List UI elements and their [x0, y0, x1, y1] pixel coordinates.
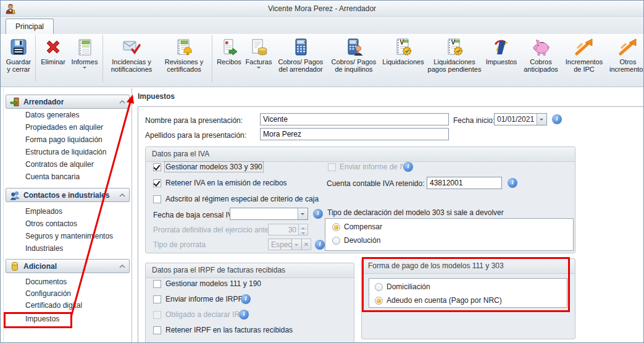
checkbox-obligado-declarar-irpf	[153, 311, 161, 319]
checkbox-label[interactable]: Retener IVA en la emisión de recibos	[165, 179, 287, 187]
sidebar-item-certificado-digital[interactable]: Certificado digital	[25, 301, 82, 310]
chevron-up-icon[interactable]	[119, 100, 125, 104]
dropdown-arrow-button[interactable]	[298, 208, 307, 219]
radio-devolucion[interactable]	[332, 237, 340, 245]
landlord-payments-button[interactable]: 0 Cobros/ Pagos del arrendador	[274, 35, 328, 82]
checkbox-gestionar-modelos-303-390[interactable]	[153, 163, 161, 171]
radio-compensar[interactable]	[332, 223, 340, 231]
nombre-input[interactable]	[260, 113, 449, 125]
sidebar-item-documentos[interactable]: Documentos	[25, 277, 67, 286]
ledger-seal-icon: V	[393, 37, 413, 57]
checkbox-label[interactable]: Enviar informe de IRPF	[165, 295, 243, 303]
revisions-certificates-button[interactable]: Revisiones y certificados	[158, 35, 210, 82]
button-label: Otros incrementos	[607, 58, 644, 73]
sidebar-item-forma-pago-liquidacion[interactable]: Forma pago liquidación	[25, 135, 102, 144]
save-and-close-button[interactable]: Guardar y cerrar	[4, 35, 33, 82]
tab-principal[interactable]: Principal	[6, 19, 54, 34]
sidebar-item-cuenta-bancaria[interactable]: Cuenta bancaria	[25, 172, 80, 181]
fecha-inicio-info-icon[interactable]: i	[552, 114, 562, 124]
envelope-check-icon	[122, 37, 141, 57]
reports-button[interactable]: Informes	[69, 35, 101, 82]
ribbon-tab-row: Principal	[1, 17, 643, 34]
cpi-increases-button[interactable]: Incrementos de IPC	[561, 35, 607, 82]
checkbox-adscrito-criterio-caja[interactable]	[153, 195, 161, 203]
dropdown-arrow-button	[291, 239, 301, 250]
button-label: Cobros/ Pagos de inquilinos	[328, 58, 380, 73]
sidebar-item-impuestos[interactable]: Impuestos	[25, 315, 59, 323]
cuenta-contable-input[interactable]	[427, 177, 502, 189]
sidebar-item-propiedades-en-alquiler[interactable]: Propiedades en alquiler	[25, 123, 103, 132]
tenant-payments-button[interactable]: 0 Cobros/ Pagos de inquilinos	[328, 35, 380, 82]
dropdown-caret-icon	[83, 67, 86, 70]
radio-adeudo-en-cuenta[interactable]	[375, 297, 383, 305]
spinner-buttons	[298, 224, 307, 235]
page-title: Impuestos	[138, 92, 175, 101]
checkbox-gestionar-modelos-111-190[interactable]	[153, 280, 161, 288]
fecha-baja-censal-label: Fecha de baja censal IVA	[153, 211, 237, 219]
sidebar-item-configuracion[interactable]: Configuración	[25, 289, 71, 298]
sidebar-group-label: Arrendador	[23, 98, 64, 106]
checkbox-enviar-informe-iva	[328, 163, 336, 171]
radio-domiciliacion[interactable]	[375, 283, 383, 291]
ribbon-separator	[35, 35, 36, 82]
button-label: Guardar y cerrar	[4, 58, 33, 73]
ribbon-separator	[102, 35, 103, 82]
checkbox-label[interactable]: Retener IRPF en las facturas recibidas	[165, 326, 293, 334]
checkbox-label: Enviar informe de IVA	[340, 163, 411, 171]
delete-button[interactable]: Eliminar	[38, 35, 69, 82]
radio-label[interactable]: Devolución	[344, 236, 380, 245]
sidebar-item-industriales[interactable]: Industriales	[25, 244, 63, 253]
checkbox-retener-irpf[interactable]	[153, 326, 161, 334]
sidebar-item-contratos-de-alquiler[interactable]: Contratos de alquiler	[25, 160, 94, 169]
apellidos-input[interactable]	[260, 128, 449, 140]
pending-settlements-button[interactable]: V Liquidaciones pagos pendientes	[427, 35, 482, 82]
ribbon-toolbar: Guardar y cerrar Eliminar Informes	[1, 34, 643, 87]
enviar-informe-iva-info-icon[interactable]: i	[403, 162, 413, 172]
sidebar-group-adicional[interactable]: Adicional	[6, 259, 130, 273]
checkbox-label[interactable]: Gestionar modelos 111 y 190	[165, 279, 261, 288]
svg-text:0: 0	[304, 40, 306, 44]
incidents-notifications-button[interactable]: Incidencias y notificaciones	[105, 35, 158, 82]
fecha-baja-censal-combo[interactable]	[230, 208, 308, 220]
taxes-button[interactable]: Impuestos	[482, 35, 521, 82]
receipts-button[interactable]: Recibos	[214, 35, 244, 82]
checkbox-retener-iva[interactable]	[153, 179, 161, 187]
people-icon	[10, 190, 20, 200]
invoices-button[interactable]: Facturas	[244, 35, 274, 82]
increase-arrow-icon	[574, 37, 594, 57]
invoice-coins-icon	[249, 37, 269, 57]
checkbox-label[interactable]: Adscrito al régimen especial de criterio…	[165, 195, 319, 203]
fecha-baja-info-icon[interactable]: i	[313, 209, 323, 219]
clear-x-button: ✕	[301, 239, 311, 250]
sidebar-item-otros-contactos[interactable]: Otros contactos	[25, 219, 77, 228]
cuenta-contable-label: Cuenta contable IVA retenido:	[327, 179, 425, 188]
settlements-button[interactable]: V Liquidaciones	[380, 35, 427, 82]
radio-label[interactable]: Adeudo en cuenta (Pago por NRC)	[387, 296, 502, 305]
sidebar-item-empleados[interactable]: Empleados	[25, 207, 62, 216]
tipo-prorrata-info-icon[interactable]: i	[315, 240, 325, 250]
sidebar-group-contactos[interactable]: Contactos e industriales	[6, 188, 130, 202]
enviar-informe-irpf-info-icon[interactable]: i	[241, 294, 251, 304]
fecha-inicio-combo[interactable]: 01/01/2021	[494, 113, 547, 125]
irpf-group-title: Datos para el IRPF de facturas recibidas	[146, 263, 354, 278]
ledger-seal-icon: V	[445, 37, 464, 57]
checkbox-label[interactable]: Gestionar modelos 303 y 390	[165, 163, 262, 171]
sidebar-item-datos-generales[interactable]: Datos generales	[25, 111, 79, 119]
chevron-up-icon[interactable]	[119, 193, 125, 197]
other-increases-button[interactable]: Otros incrementos	[607, 35, 644, 82]
prorrata-spinner: 30	[268, 224, 308, 235]
radio-label[interactable]: Compensar	[344, 222, 382, 231]
radio-label[interactable]: Domiciliación	[387, 282, 430, 291]
dropdown-arrow-button[interactable]	[537, 114, 546, 125]
cuenta-contable-info-icon[interactable]: i	[508, 178, 517, 188]
sidebar-group-arrendador[interactable]: Arrendador	[6, 95, 130, 109]
chevron-up-icon[interactable]	[119, 265, 125, 268]
obligado-declarar-info-icon[interactable]: i	[239, 310, 249, 320]
advance-collections-button[interactable]: Cobros anticipados	[521, 35, 561, 82]
report-icon	[75, 37, 94, 57]
checkbox-enviar-informe-irpf[interactable]	[153, 295, 161, 303]
database-icon	[10, 261, 20, 271]
sidebar-item-estructura-de-liquidacion[interactable]: Estructura de liquidación	[25, 148, 106, 156]
sidebar-item-seguros-y-mantenimientos[interactable]: Seguros y mantenimientos	[25, 232, 113, 240]
fecha-inicio-value: 01/01/2021	[495, 114, 537, 125]
